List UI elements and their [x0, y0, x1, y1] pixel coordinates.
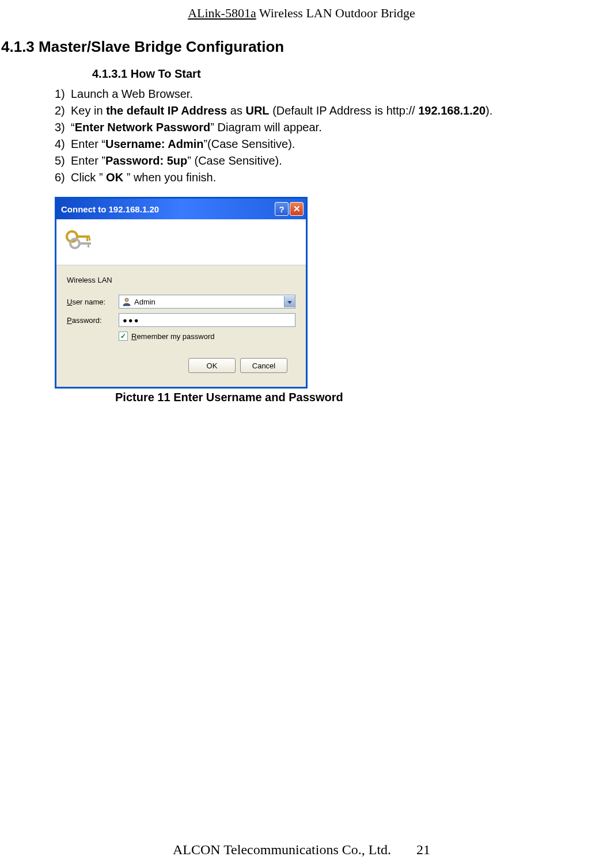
key-banner — [56, 219, 306, 265]
close-button[interactable]: ✕ — [290, 202, 304, 216]
product-name: ALink-5801a — [188, 6, 256, 20]
svg-point-7 — [125, 298, 128, 302]
cancel-button[interactable]: Cancel — [240, 358, 287, 373]
step-item: 4)Enter “Username: Admin”(Case Sensitive… — [55, 136, 603, 152]
steps-list: 1)Launch a Web Browser.2)Key in the defa… — [55, 86, 603, 185]
remember-label: Remember my password — [131, 332, 215, 341]
chevron-down-icon — [287, 298, 292, 306]
product-subtitle: Wireless LAN Outdoor Bridge — [259, 6, 415, 20]
footer: ALCON Telecommunications Co., Ltd. 21 — [0, 842, 603, 858]
svg-rect-5 — [78, 242, 91, 245]
password-masked-value: ●●● — [123, 316, 140, 325]
dropdown-arrow[interactable] — [284, 296, 295, 307]
titlebar-text: Connect to 192.168.1.20 — [61, 204, 274, 214]
step-number: 5) — [55, 153, 71, 169]
help-icon: ? — [279, 204, 284, 214]
svg-rect-3 — [89, 238, 90, 241]
realm-label: Wireless LAN — [67, 276, 295, 284]
document-header: ALink-5801a Wireless LAN Outdoor Bridge — [0, 0, 603, 21]
dialog-screenshot: Connect to 192.168.1.20 ? ✕ — [55, 197, 603, 404]
step-number: 1) — [55, 86, 71, 102]
step-number: 6) — [55, 170, 71, 185]
svg-rect-6 — [88, 245, 89, 248]
password-label: Password: — [67, 316, 119, 325]
svg-rect-2 — [86, 238, 88, 241]
step-number: 2) — [55, 103, 71, 119]
company-name: ALCON Telecommunications Co., Ltd. — [173, 842, 391, 857]
connect-dialog: Connect to 192.168.1.20 ? ✕ — [55, 197, 308, 389]
ok-button[interactable]: OK — [188, 358, 236, 373]
step-number: 4) — [55, 136, 71, 152]
step-item: 1)Launch a Web Browser. — [55, 86, 603, 102]
username-label: User name: — [67, 298, 119, 306]
check-icon: ✓ — [120, 332, 126, 340]
section-heading: 4.1.3 Master/Slave Bridge Configuration — [1, 38, 603, 56]
username-input[interactable]: Admin — [119, 295, 295, 309]
close-icon: ✕ — [293, 204, 301, 214]
remember-checkbox[interactable]: ✓ — [119, 332, 128, 341]
page-number: 21 — [416, 842, 430, 857]
user-icon — [122, 296, 132, 307]
step-item: 6)Click ” OK ” when you finish. — [55, 170, 603, 185]
titlebar: Connect to 192.168.1.20 ? ✕ — [56, 199, 306, 219]
step-number: 3) — [55, 120, 71, 135]
step-item: 5)Enter ”Password: 5up” (Case Sensitive)… — [55, 153, 603, 169]
username-value: Admin — [134, 298, 284, 306]
subsection-heading: 4.1.3.1 How To Start — [92, 67, 603, 81]
keys-icon — [63, 226, 98, 257]
help-button[interactable]: ? — [275, 202, 289, 216]
password-input[interactable]: ●●● — [119, 313, 295, 327]
svg-rect-1 — [76, 235, 90, 238]
step-item: 2)Key in the default IP Address as URL (… — [55, 103, 603, 119]
figure-caption: Picture 11 Enter Username and Password — [115, 391, 603, 404]
step-item: 3)“Enter Network Password” Diagram will … — [55, 120, 603, 135]
